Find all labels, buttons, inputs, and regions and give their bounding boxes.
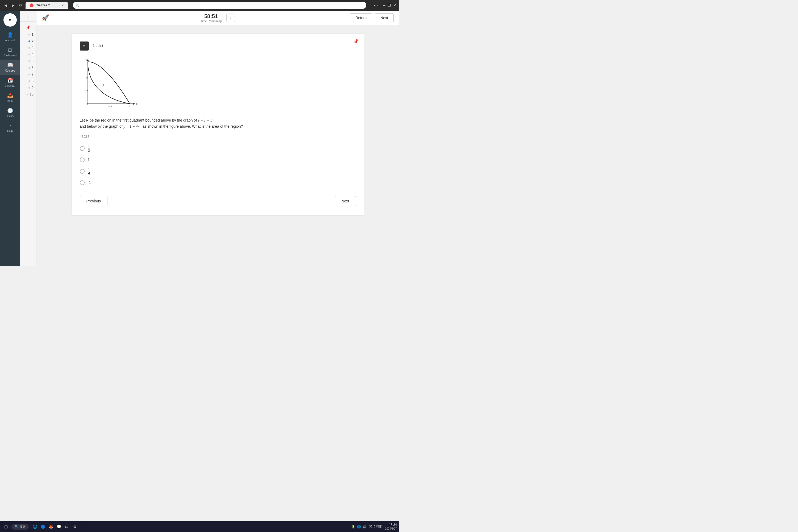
help-icon: ?	[8, 123, 11, 129]
sidebar: ✦ 👤 Account ⊞ Dashboard 📖 Courses 📅 Cale…	[0, 11, 20, 266]
question-number-badge: 2	[80, 41, 89, 51]
sidebar-item-help[interactable]: ? Help	[0, 120, 20, 135]
return-button[interactable]: Return	[350, 13, 372, 22]
nav-dot-3	[28, 47, 30, 49]
svg-text:1: 1	[129, 105, 130, 108]
pin-icon[interactable]: 📌	[353, 39, 359, 44]
nav-num-8: 8	[32, 79, 34, 83]
nav-dot-6	[28, 67, 30, 69]
answer-text-c: 1 6	[88, 167, 91, 175]
answer-text-a: 1 3	[88, 144, 91, 152]
svg-marker-2	[133, 103, 135, 105]
fraction-num-a: 1	[88, 144, 91, 148]
sidebar-logo[interactable]: ✦	[3, 13, 17, 26]
timer-collapse-button[interactable]: ‹	[226, 14, 235, 22]
fraction-den-c: 6	[88, 171, 91, 175]
close-button[interactable]: ✕	[393, 3, 396, 7]
nav-dot-8	[28, 80, 30, 82]
tab-close-button[interactable]: ✕	[61, 4, 64, 7]
nav-num-3: 3	[32, 46, 34, 50]
answer-options: 1 3 1 1 6	[80, 144, 356, 185]
question-points: 1 point	[93, 44, 103, 48]
main-content: 🚀 58:51 Time Remaining ‹ Return Next	[36, 11, 399, 266]
answer-option-d[interactable]: -1	[80, 180, 356, 185]
next-bottom-button[interactable]: Next	[335, 196, 356, 206]
header-actions: Return Next	[350, 13, 394, 22]
previous-button[interactable]: Previous	[80, 196, 108, 206]
sidebar-item-label: Account	[5, 39, 15, 42]
active-tab[interactable]: Quizzes 2 ✕	[25, 2, 68, 9]
sidebar-item-history[interactable]: 🕐 History	[0, 105, 20, 120]
refresh-button[interactable]: ↺	[18, 2, 23, 8]
timer-label: Time Remaining	[201, 19, 222, 23]
sidebar-item-label: Inbox	[7, 99, 13, 102]
sidebar-collapse-button[interactable]: ←	[8, 256, 12, 266]
sidebar-item-dashboard[interactable]: ⊞ Dashboard	[0, 44, 20, 60]
quiz-nav-item-5[interactable]: 5	[20, 58, 36, 64]
sidebar-item-inbox[interactable]: 📥 Inbox	[0, 90, 20, 105]
tab-title: Quizzes 2	[36, 3, 50, 7]
nav-num-10: 10	[30, 92, 34, 96]
nav-pin-button[interactable]: 📌	[20, 24, 36, 31]
next-header-button[interactable]: Next	[375, 13, 394, 22]
quiz-nav-item-8[interactable]: 8	[20, 78, 36, 84]
nav-dot-4	[28, 54, 30, 55]
nav-num-2: 2	[32, 39, 34, 43]
maximize-button[interactable]: ❐	[387, 3, 391, 7]
answer-option-a[interactable]: 1 3	[80, 144, 356, 152]
courses-icon: 📖	[7, 62, 13, 68]
question-text-part3: , as shown in the figure above. What is …	[140, 124, 243, 129]
answer-option-b[interactable]: 1	[80, 157, 356, 162]
history-icon: 🕐	[7, 108, 13, 114]
quiz-nav-item-6[interactable]: 6	[20, 64, 36, 71]
radio-b[interactable]	[80, 157, 84, 162]
svg-text:x: x	[136, 102, 137, 105]
rocket-icon: 🚀	[42, 14, 49, 21]
nav-num-9: 9	[32, 86, 34, 90]
app-container: ✦ 👤 Account ⊞ Dashboard 📖 Courses 📅 Cale…	[0, 11, 399, 266]
sidebar-item-label: Help	[7, 130, 13, 132]
answer-option-c[interactable]: 1 6	[80, 167, 356, 175]
address-bar[interactable]: 🔍	[73, 2, 366, 9]
svg-text:1: 1	[86, 76, 87, 79]
nav-collapse-button[interactable]: →|	[20, 13, 36, 22]
question-nav-buttons: Previous Next	[80, 192, 356, 208]
fraction-num-c: 1	[88, 167, 91, 172]
back-button[interactable]: ◀	[3, 2, 8, 8]
svg-text:O: O	[86, 103, 88, 106]
quiz-nav-item-1[interactable]: 1	[20, 31, 36, 38]
nav-collapse-icon: →|	[26, 15, 31, 19]
quiz-nav-item-3[interactable]: 3	[20, 44, 36, 51]
question-text: Let R be the region in the first quadran…	[80, 117, 356, 130]
question-container: 2 1 point 📌 O x	[36, 25, 399, 266]
minimize-button[interactable]: ─	[383, 3, 385, 7]
radio-a[interactable]	[80, 146, 84, 151]
more-icon[interactable]: ⋯	[374, 3, 378, 8]
fraction-den-a: 3	[88, 148, 91, 153]
question-text-part2: and below by the graph of	[80, 124, 122, 129]
nav-dot-7	[28, 74, 30, 75]
svg-text:y: y	[86, 58, 87, 61]
radio-d[interactable]	[80, 180, 84, 185]
question-header: 2 1 point	[80, 41, 356, 51]
sidebar-item-account[interactable]: 👤 Account	[0, 29, 20, 44]
quiz-nav-panel: →| 📌 1 2 3 4 5 6 7	[20, 11, 36, 266]
fraction-c: 1 6	[88, 167, 91, 175]
nav-dot-2	[28, 40, 30, 42]
nav-dot-10	[26, 94, 28, 95]
account-icon: 👤	[7, 32, 13, 38]
quiz-nav-item-10[interactable]: 10	[20, 91, 36, 98]
sidebar-item-calendar[interactable]: 📅 Calendar	[0, 75, 20, 90]
graph-container: O x y 0.5 0.5 1 1	[80, 56, 138, 112]
nav-dot-9	[28, 87, 30, 89]
quiz-nav-item-2[interactable]: 2	[20, 38, 36, 44]
forward-button[interactable]: ▶	[10, 2, 16, 8]
sidebar-item-courses[interactable]: 📖 Courses	[0, 60, 20, 75]
quiz-nav-item-9[interactable]: 9	[20, 84, 36, 91]
window-controls: ─ ❐ ✕	[383, 3, 396, 7]
radio-c[interactable]	[80, 169, 84, 174]
nav-num-6: 6	[32, 66, 34, 70]
quiz-nav-item-7[interactable]: 7	[20, 71, 36, 78]
quiz-nav-item-4[interactable]: 4	[20, 51, 36, 58]
dashboard-icon: ⊞	[8, 47, 12, 53]
